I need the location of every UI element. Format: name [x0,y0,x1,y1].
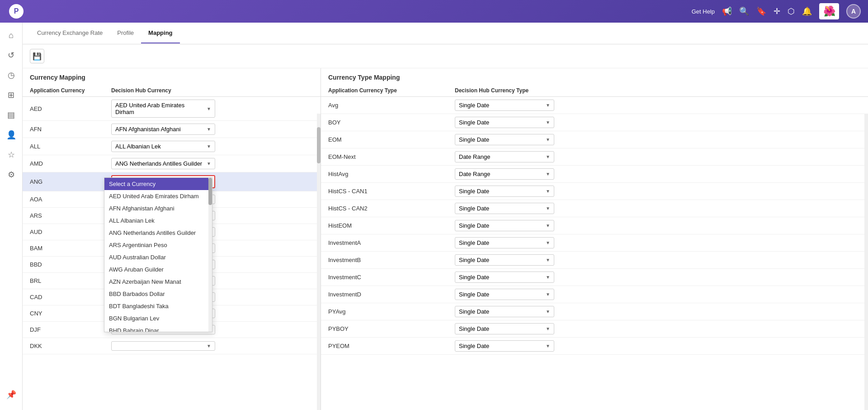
dropdown-item-aud[interactable]: AUD Australian Dollar [104,251,212,263]
dropdown-item-bgn[interactable]: BGN Bulgarian Lev [104,312,212,324]
chevron-down-icon: ▼ [546,103,550,108]
table-row: HistAvg Date Range ▼ [321,166,868,183]
dropdown-item-afn[interactable]: AFN Afghanistan Afghani [104,202,212,215]
sidebar-item-pin[interactable]: 📌 [2,388,20,406]
dropdown-item-azn[interactable]: AZN Azerbaijan New Manat [104,276,212,288]
sidebar-item-chart[interactable]: ▤ [2,106,20,124]
table-row: InvestmentB Single Date ▼ [321,252,868,269]
hub-type-select-avg[interactable]: Single Date ▼ [455,100,554,111]
search-icon[interactable]: 🔍 [739,6,749,16]
hub-type-histcs-can2[interactable]: Single Date ▼ [455,203,554,214]
table-row: ALL ALL Albanian Lek ▼ [23,138,321,155]
dropdown-item-select-currency[interactable]: Select a Currency [104,178,212,190]
right-panel-scrollbar-track[interactable] [864,114,868,410]
sidebar-item-grid[interactable]: ⊞ [2,86,20,104]
hub-type-select-boy[interactable]: Single Date ▼ [455,117,554,128]
hub-type-select-pyeom[interactable]: Single Date ▼ [455,340,554,352]
sidebar-item-home[interactable]: ⌂ [2,26,20,44]
table-row: AFN AFN Afghanistan Afghani ▼ [23,121,321,138]
hub-type-histeom[interactable]: Single Date ▼ [455,220,554,231]
table-row: HistEOM Single Date ▼ [321,217,868,234]
content-area: Currency Exchange Rate Profile Mapping 💾… [23,23,868,410]
compass-icon[interactable]: ✛ [774,6,780,16]
dropdown-item-ang[interactable]: ANG Netherlands Antilles Guilder [104,227,212,239]
tab-mapping[interactable]: Mapping [141,23,179,43]
left-panel-scrollbar-thumb[interactable] [317,127,321,163]
type-histcs-can2: HistCS - CAN2 [328,205,455,212]
left-panel-scrollbar-track[interactable] [317,114,321,410]
dropdown-item-bbd[interactable]: BBD Barbados Dollar [104,288,212,300]
hub-type-investmenta[interactable]: Single Date ▼ [455,237,554,248]
hub-type-select-eom[interactable]: Single Date ▼ [455,134,554,145]
type-investmentb: InvestmentB [328,257,455,263]
hub-type-investmentb[interactable]: Single Date ▼ [455,254,554,266]
type-boy: BOY [328,119,455,126]
table-row: BOY Single Date ▼ [321,114,868,131]
hub-type-pyeom[interactable]: Single Date ▼ [455,340,554,352]
table-row: Avg Single Date ▼ [321,97,868,114]
currency-dropdown[interactable]: Select a Currency AED United Arab Emirat… [104,177,212,332]
row-select-all[interactable]: ALL Albanian Lek ▼ [111,141,313,152]
hub-type-pyavg[interactable]: Single Date ▼ [455,306,554,317]
hub-type-eom[interactable]: Single Date ▼ [455,134,554,145]
chevron-down-icon: ▼ [546,343,550,348]
dropdown-scrollbar-thumb[interactable] [208,178,212,205]
row-select-aed[interactable]: AED United Arab Emirates Dirham ▼ [111,100,313,118]
hub-type-select-pyboy[interactable]: Single Date ▼ [455,323,554,334]
hub-type-select-investmentd[interactable]: Single Date ▼ [455,289,554,300]
user-avatar[interactable]: A [846,4,861,19]
row-select-dkk[interactable]: ▼ [111,341,313,351]
hub-type-select-pyavg[interactable]: Single Date ▼ [455,306,554,317]
sidebar-item-person[interactable]: 👤 [2,126,20,144]
cube-icon[interactable]: ⬡ [788,6,795,16]
table-row: InvestmentC Single Date ▼ [321,269,868,286]
hub-type-select-investmentc[interactable]: Single Date ▼ [455,272,554,283]
bookmark-icon[interactable]: 🔖 [756,6,766,16]
bell-icon[interactable]: 🔔 [802,6,812,16]
type-investmentd: InvestmentD [328,291,455,298]
get-help-link[interactable]: Get Help [692,8,715,15]
hub-type-select-investmentb[interactable]: Single Date ▼ [455,254,554,266]
type-histcs-can1: HistCS - CAN1 [328,188,455,195]
dropdown-item-all[interactable]: ALL Albanian Lek [104,215,212,227]
dropdown-item-awg[interactable]: AWG Aruban Guilder [104,263,212,276]
sidebar-item-clock[interactable]: ◷ [2,66,20,84]
dropdown-item-bhd[interactable]: BHD Bahrain Dinar [104,324,212,332]
hub-type-select-histavg[interactable]: Date Range ▼ [455,168,554,180]
tab-currency-exchange-rate[interactable]: Currency Exchange Rate [30,23,110,43]
hub-type-select-histcs-can2[interactable]: Single Date ▼ [455,203,554,214]
sidebar-item-settings[interactable]: ⚙ [2,166,20,184]
hub-type-eom-next[interactable]: Date Range ▼ [455,151,554,162]
hub-type-select-histeom[interactable]: Single Date ▼ [455,220,554,231]
table-row: AMD ANG Netherlands Antilles Guilder ▼ [23,155,321,172]
row-code-cny: CNY [30,310,111,317]
sidebar-item-star[interactable]: ☆ [2,146,20,164]
sidebar-item-refresh[interactable]: ↺ [2,46,20,64]
dropdown-scroll-area: Select a Currency AED United Arab Emirat… [104,178,212,332]
brand-logo: 🌺 [819,3,839,19]
hub-type-boy[interactable]: Single Date ▼ [455,117,554,128]
dropdown-item-aed[interactable]: AED United Arab Emirates Dirham [104,190,212,202]
hub-type-select-investmenta[interactable]: Single Date ▼ [455,237,554,248]
type-pyavg: PYAvg [328,308,455,315]
tab-bar: Currency Exchange Rate Profile Mapping [23,23,868,44]
hub-type-investmentc[interactable]: Single Date ▼ [455,272,554,283]
hub-type-histavg[interactable]: Date Range ▼ [455,168,554,180]
megaphone-icon[interactable]: 📢 [722,6,732,16]
hub-type-investmentd[interactable]: Single Date ▼ [455,289,554,300]
row-select-amd[interactable]: ANG Netherlands Antilles Guilder ▼ [111,158,313,169]
row-select-afn[interactable]: AFN Afghanistan Afghani ▼ [111,124,313,135]
dropdown-item-ars[interactable]: ARS Argentinian Peso [104,239,212,251]
hub-type-avg[interactable]: Single Date ▼ [455,100,554,111]
chevron-down-icon: ▼ [546,257,550,262]
dropdown-item-bdt[interactable]: BDT Bangladeshi Taka [104,300,212,312]
hub-type-pyboy[interactable]: Single Date ▼ [455,323,554,334]
hub-type-select-eom-next[interactable]: Date Range ▼ [455,151,554,162]
row-code-all: ALL [30,143,111,150]
hub-type-select-histcs-can1[interactable]: Single Date ▼ [455,186,554,197]
dropdown-scrollbar-track[interactable] [208,178,212,332]
save-button[interactable]: 💾 [30,49,44,63]
hub-type-histcs-can1[interactable]: Single Date ▼ [455,186,554,197]
tab-profile[interactable]: Profile [110,23,141,43]
chevron-down-icon: ▼ [546,206,550,211]
